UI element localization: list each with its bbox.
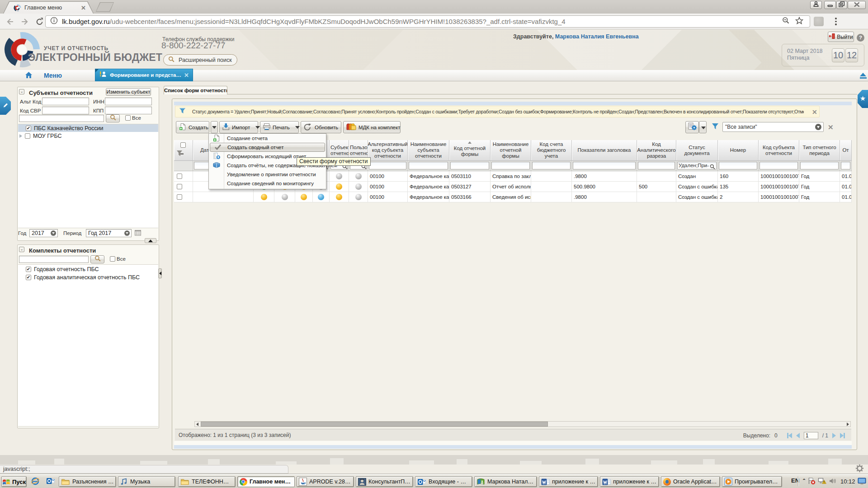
prev-page-icon[interactable] (796, 433, 800, 438)
page-settings-gear-icon[interactable] (855, 464, 864, 474)
filter-cell-analytic[interactable] (637, 161, 676, 171)
scroll-right-icon[interactable] (847, 422, 849, 426)
advanced-search[interactable]: Расширенный поиск (163, 54, 237, 66)
column-header-ot[interactable]: От (840, 140, 852, 161)
toolbar-button-create[interactable]: Создать (176, 121, 209, 133)
column-header-period_type[interactable]: Тип отчетного периода (799, 140, 840, 161)
create-menu-arrow-button[interactable] (211, 121, 218, 133)
tree-item[interactable]: ПБС Казначейство России (18, 124, 158, 132)
toolbar-button-mdk[interactable]: МДК на комплект (343, 121, 401, 133)
subjects-collapse-icon[interactable]: ⌄ (19, 89, 24, 94)
last-page-icon[interactable] (840, 433, 845, 438)
forward-icon[interactable] (20, 17, 30, 27)
column-header-header_ind[interactable]: Показатели заголовка (572, 140, 637, 161)
filter-cell-ot[interactable] (840, 161, 852, 171)
favorites-badge-icon[interactable]: ★ (858, 90, 868, 108)
user-name-link[interactable]: Маркова Наталия Евгеньевна (555, 33, 639, 40)
period-select[interactable]: Год 2017 (86, 229, 132, 237)
tray-expand-icon[interactable]: ⌃ (802, 478, 806, 483)
menu-label[interactable]: Меню (44, 72, 62, 79)
new-tab-button[interactable] (96, 3, 113, 11)
first-page-icon[interactable] (787, 433, 792, 438)
table-row-3[interactable]: 00100Федеральное каз0503166Сведения об и… (174, 192, 852, 202)
filter-close-icon[interactable]: ✕ (812, 108, 817, 116)
sets-all-checkbox[interactable] (110, 256, 115, 262)
display-icon[interactable] (858, 478, 866, 487)
action-center-icon[interactable] (807, 477, 816, 487)
minimize-button[interactable] (824, 1, 836, 9)
filter-cell-subj_name[interactable] (408, 161, 449, 171)
year-select[interactable]: 2017 (29, 229, 58, 237)
table-hscrollbar[interactable] (194, 421, 851, 427)
panel-collapse-button[interactable] (145, 238, 156, 243)
kpp-field[interactable] (105, 107, 152, 114)
volume-icon[interactable] (829, 478, 837, 486)
tree-item-checkbox[interactable] (26, 126, 31, 131)
filter-cell-form_code[interactable] (449, 161, 491, 171)
create-menu-item-5[interactable]: Уведомление о принятии отчетности (209, 170, 326, 179)
svr-code-field[interactable] (42, 107, 89, 114)
tree-item[interactable]: МОУ ГРБС (18, 132, 158, 140)
table-filter-icon[interactable] (176, 150, 184, 159)
collapse-header-icon[interactable] (860, 73, 867, 79)
column-header-sel[interactable] (174, 140, 193, 161)
list-item[interactable]: Годовая отчетность ПБС (18, 265, 158, 273)
home-icon[interactable] (25, 71, 33, 80)
page-info-icon[interactable] (50, 17, 58, 26)
tree-item-checkbox[interactable] (25, 133, 30, 139)
create-menu-item-2[interactable]: Создать сводный отчет (210, 143, 325, 152)
column-settings-arrow[interactable] (699, 121, 707, 133)
sets-search-button[interactable] (90, 255, 104, 263)
column-header-status[interactable]: Статус документа (676, 140, 718, 161)
filter-cell-alt_code[interactable] (368, 161, 408, 171)
list-tab[interactable]: Список форм отчетности (164, 86, 227, 94)
filter-cell-number[interactable] (718, 161, 759, 171)
create-menu-item-6[interactable]: Создание сведений по мониторингу (209, 179, 326, 188)
column-header-account[interactable]: Код счета бюджетного учета (531, 140, 572, 161)
page-number-input[interactable] (804, 432, 818, 439)
profile-window-button[interactable] (810, 1, 822, 9)
tab-close-icon[interactable]: ✕ (81, 5, 86, 11)
filter-cell-period_type[interactable] (799, 161, 840, 171)
inn-field[interactable] (105, 98, 152, 105)
filter-cell-account[interactable] (531, 161, 572, 171)
column-header-subj_code[interactable]: Код субъекта отчетности (759, 140, 799, 161)
subjects-search-input[interactable] (19, 115, 104, 122)
column-header-form_name[interactable]: Наименование отчетной формы (491, 140, 531, 161)
filter-cell-subj_code[interactable] (759, 161, 799, 171)
reload-icon[interactable] (35, 17, 45, 27)
help-icon[interactable]: ? (857, 34, 864, 42)
active-module-tab[interactable]: Формирование и представле... ✕ (95, 69, 193, 81)
edit-badge-icon[interactable] (0, 97, 11, 115)
column-header-alt_code[interactable]: Альтернативный код субъекта отчетности (368, 140, 408, 161)
filter-cell-header_ind[interactable] (572, 161, 637, 171)
scroll-thumb[interactable] (201, 422, 548, 427)
column-header-form_code[interactable]: Код отчетной формы (449, 140, 491, 161)
expand-icon[interactable] (19, 134, 22, 138)
toolbar-button-refresh[interactable]: Обновить (301, 121, 341, 133)
browser-menu-icon[interactable] (835, 18, 837, 25)
calendar-icon[interactable] (134, 229, 142, 238)
toolbar-button-import[interactable]: Импорт (219, 121, 258, 133)
logout-button[interactable]: Выйти (828, 32, 854, 42)
sidebar-splitter-handle[interactable] (158, 268, 162, 278)
toolbar-button-print[interactable]: Печать (260, 121, 299, 133)
next-page-icon[interactable] (832, 433, 836, 438)
subjects-search-button[interactable] (106, 114, 120, 122)
bookmark-star-icon[interactable] (795, 17, 803, 26)
tray-clock[interactable]: 10:12 (840, 478, 855, 485)
records-filter-combo[interactable]: "Все записи" (722, 122, 824, 132)
scroll-left-icon[interactable] (196, 422, 198, 426)
column-header-analytic[interactable]: Код Аналитического разреза (637, 140, 676, 161)
create-menu-item-1[interactable]: Создание отчета (209, 134, 326, 143)
extension-icon[interactable] (814, 17, 824, 26)
row-checkbox[interactable] (177, 174, 182, 179)
url-bar[interactable]: lk.budget.gov.ru/udu-webcenter/faces/men… (45, 15, 810, 28)
filter-cell-sel[interactable] (174, 161, 193, 171)
filter-cell-form_name[interactable] (491, 161, 531, 171)
row-checkbox[interactable] (177, 194, 182, 200)
alt-code-field[interactable] (42, 98, 89, 105)
sets-collapse-icon[interactable]: ⌄ (19, 247, 24, 252)
close-button[interactable] (848, 1, 866, 9)
browser-tab[interactable]: Главное меню ✕ (4, 2, 93, 14)
